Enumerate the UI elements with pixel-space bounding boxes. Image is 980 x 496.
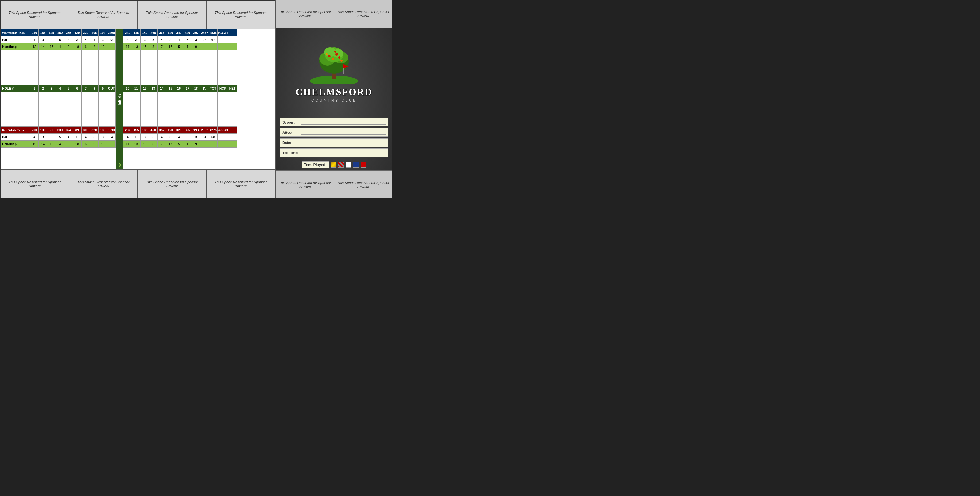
sponsor-box-3: This Space Reserved for Sponsor Artwork [138,0,207,29]
front-nine: White/Blue Tees 240 155 135 450 355 120 … [0,29,116,169]
right-bottom-sponsor-row: This Space Reserved for Sponsor Artwork … [276,170,392,198]
player-row-1 [1,50,116,57]
back-player-row-10 [124,120,237,127]
svg-point-11 [338,56,340,59]
back-player-row-2 [124,57,237,64]
back-player-row-7 [124,99,237,106]
player-row-3 [1,64,116,71]
tee-red-swatch[interactable] [361,162,366,167]
right-panel: This Space Reserved for Sponsor Artwork … [275,0,392,198]
front-nine-table: White/Blue Tees 240 155 135 450 355 120 … [0,29,116,148]
handicap-label-red: Handicap [1,140,30,148]
club-logo-svg [307,41,361,84]
scorer-field[interactable]: Scorer: [280,118,388,126]
attest-field[interactable]: Attest: [280,128,388,137]
form-area: Scorer: Attest: Date: Tee Time: [276,116,392,159]
player-row-9 [1,113,116,120]
tee-gold-swatch[interactable] [331,162,336,167]
svg-point-14 [340,60,343,62]
par-label-front: Par [1,37,30,43]
sponsor-box-bot-4: This Space Reserved for Sponsor Artwork [207,170,275,198]
par-label-red: Par [1,134,30,140]
svg-point-13 [334,51,336,53]
tee-time-input[interactable] [301,150,386,155]
right-sponsor-2: This Space Reserved for Sponsor Artwork [334,0,392,27]
back-player-row-4 [124,71,237,78]
par-row-red: Par 4 3 3 5 4 3 4 5 3 34 [1,134,116,140]
white-blue-label: White/Blue Tees [1,29,30,37]
svg-point-12 [326,53,328,55]
dist-8: 395 [90,29,99,37]
back-player-row-5 [124,78,237,85]
tees-played-row: Tees Played: [276,159,392,170]
date-input[interactable] [301,140,386,145]
right-sponsor-1: This Space Reserved for Sponsor Artwork [276,0,334,27]
back-player-row-8 [124,106,237,113]
attest-input[interactable] [301,130,386,135]
back-red-white-row: 237 155 135 450 352 120 320 395 198 2362… [124,127,237,134]
initials-arrow: ❯ [118,162,121,167]
initials-label: Initials [118,94,121,105]
svg-point-7 [333,49,344,58]
player-row-6 [1,92,116,99]
red-white-label: Red/White Tees [1,127,30,134]
back-player-row-3 [124,64,237,71]
hole-number-row-back: 10 11 12 13 14 15 16 17 18 IN TOT HCP NE… [124,85,237,92]
svg-point-10 [332,58,334,60]
dist-7: 320 [81,29,90,37]
handicap-row-red: Handicap 12 14 16 4 8 18 6 2 10 [1,140,116,148]
club-logo-area: CHELMSFORD COUNTRY CLUB [276,28,392,116]
red-white-tees-row: Red/White Tees 200 130 90 330 324 89 300… [1,127,116,134]
tee-time-field[interactable]: Tee Time: [280,148,388,157]
back-player-row-6 [124,92,237,99]
player-row-4 [1,71,116,78]
scorecard-section: This Space Reserved for Sponsor Artwork … [0,0,275,198]
attest-label: Attest: [283,131,301,134]
tee-time-label: Tee Time: [283,151,301,155]
initials-column: Initials ❯ [116,29,123,169]
player-row-10 [1,120,116,127]
back-nine: 240 115 140 460 365 130 340 430 207 2467… [123,29,237,169]
back-par-red-row: 4 3 3 5 4 3 4 5 3 34 68 [124,134,237,140]
card-body: White/Blue Tees 240 155 135 450 355 120 … [0,29,275,169]
sponsor-box-2: This Space Reserved for Sponsor Artwork [69,0,138,29]
svg-point-8 [328,55,331,57]
sponsor-box-bot-3: This Space Reserved for Sponsor Artwork [138,170,207,198]
tee-white-swatch[interactable] [345,162,352,167]
dist-4: 450 [56,29,64,37]
top-sponsor-row: This Space Reserved for Sponsor Artwork … [0,0,275,29]
back-player-row-1 [124,50,237,57]
dist-3: 135 [47,29,56,37]
hole-label: HOLE # [1,85,30,92]
handicap-row-front: Handicap 12 14 16 4 8 18 6 2 10 [1,43,116,50]
svg-point-9 [336,53,338,56]
player-row-7 [1,99,116,106]
tees-played-label: Tees Played: [302,161,329,168]
tee-blue-swatch[interactable] [353,162,359,167]
back-handicap-row: 11 13 15 3 7 17 5 1 9 [124,43,237,50]
date-field[interactable]: Date: [280,138,388,147]
right-top-sponsor-row: This Space Reserved for Sponsor Artwork … [276,0,392,28]
dist-9: 198 [99,29,107,37]
sponsor-box-bot-1: This Space Reserved for Sponsor Artwork [0,170,69,198]
tee-red-stripe-swatch[interactable] [338,162,344,167]
right-bottom-sponsor-2: This Space Reserved for Sponsor Artwork [334,171,392,198]
player-row-5 [1,78,116,85]
dist-6: 120 [73,29,81,37]
player-row-2 [1,57,116,64]
par-row-front: Par 4 3 3 5 4 3 4 4 3 33 [1,37,116,43]
dist-out: 2368 [107,29,116,37]
white-blue-tees-row: White/Blue Tees 240 155 135 450 355 120 … [1,29,116,37]
right-bottom-sponsor-1: This Space Reserved for Sponsor Artwork [276,171,334,198]
scorer-input[interactable] [301,120,386,124]
club-name: CHELMSFORD [296,86,372,97]
back-handicap-red-row: 11 13 15 3 7 17 5 1 9 [124,140,237,148]
club-subtitle: COUNTRY CLUB [311,98,357,102]
back-white-blue-row: 240 115 140 460 365 130 340 430 207 2467… [124,29,237,37]
bottom-sponsor-row: This Space Reserved for Sponsor Artwork … [0,169,275,198]
scorer-label: Scorer: [283,120,301,124]
back-nine-table: 240 115 140 460 365 130 340 430 207 2467… [123,29,237,148]
dist-1: 240 [30,29,39,37]
dist-5: 355 [64,29,73,37]
hole-number-row-front: HOLE # 1 2 3 4 5 6 7 8 9 OUT [1,85,116,92]
